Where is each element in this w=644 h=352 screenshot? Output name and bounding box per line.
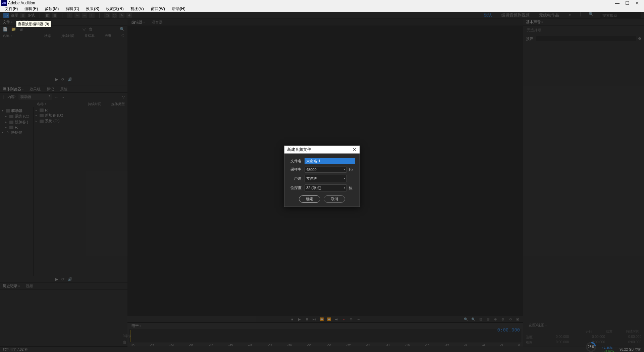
filename-input[interactable] [305, 158, 355, 164]
ok-button[interactable]: 确定 [299, 195, 320, 203]
channels-label: 声道: [289, 176, 303, 181]
dialog-close-button[interactable]: ✕ [352, 147, 357, 152]
modal-backdrop: 新建音频文件 ✕ 文件名: 采样率: 48000▾ Hz 声道: 立体声▾ 位深… [0, 0, 644, 352]
channels-select[interactable]: 立体声▾ [305, 175, 347, 182]
samplerate-unit: Hz [349, 168, 355, 172]
samplerate-select[interactable]: 48000▾ [305, 167, 347, 173]
bitdepth-label: 位深度: [289, 185, 303, 190]
bitdepth-select[interactable]: 32 (浮点)▾ [305, 184, 347, 191]
new-audio-file-dialog: 新建音频文件 ✕ 文件名: 采样率: 48000▾ Hz 声道: 立体声▾ 位深… [284, 145, 360, 207]
bitdepth-unit: 位 [349, 185, 355, 190]
cancel-button[interactable]: 取消 [324, 195, 345, 203]
samplerate-label: 采样率: [289, 167, 303, 172]
dialog-title: 新建音频文件 [287, 147, 311, 152]
filename-label: 文件名: [289, 159, 303, 164]
